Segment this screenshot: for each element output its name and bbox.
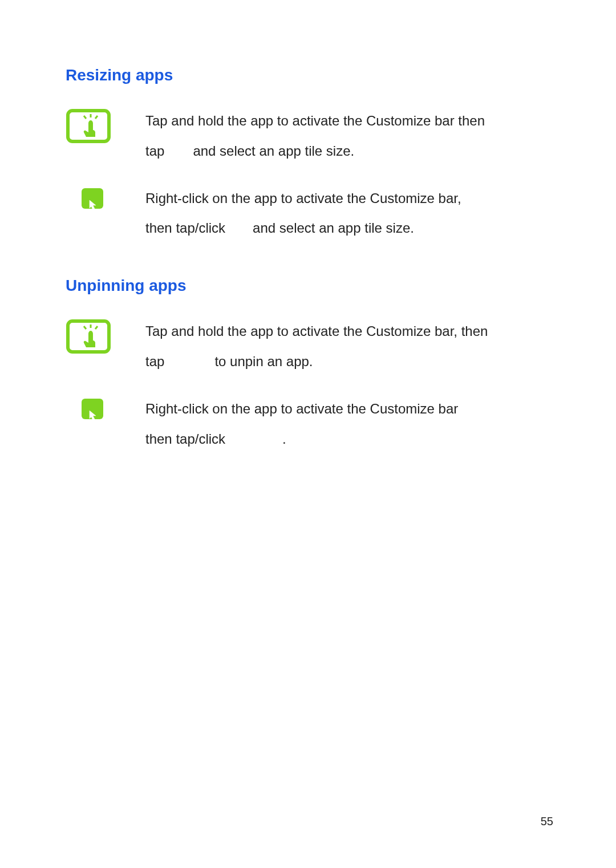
text-line: Tap and hold the app to activate the Cus… [145,323,488,339]
instruction-text: Tap and hold the app to activate the Cus… [145,106,553,167]
touch-tablet-icon [66,107,111,148]
text-fragment: to unpin an app. [214,354,313,369]
icon-column [66,394,145,419]
touch-tablet-icon [66,318,111,359]
svg-line-3 [95,116,98,119]
mouse-tile-icon [82,188,103,209]
document-page: Resizing apps Tap and hold the app to ac… [0,0,616,868]
page-number: 55 [541,815,553,828]
instruction-text: Right-click on the app to activate the C… [145,184,553,244]
svg-line-7 [95,326,98,329]
text-fragment: . [282,431,286,447]
section-heading-resizing: Resizing apps [66,66,553,84]
text-fragment: and select an app tile size. [193,143,354,159]
text-fragment: then tap/click [145,220,225,236]
text-fragment: tap [145,354,164,369]
instruction-text: Right-click on the app to activate the C… [145,394,553,455]
icon-column [66,106,145,148]
text-fragment: tap [145,143,164,159]
mouse-tile-icon [82,399,103,419]
instruction-row: Right-click on the app to activate the C… [66,394,553,455]
svg-line-6 [84,326,86,329]
text-fragment: then tap/click [145,431,225,447]
text-line: Tap and hold the app to activate the Cus… [145,113,485,128]
text-fragment: and select an app tile size. [253,220,414,236]
instruction-row: Right-click on the app to activate the C… [66,184,553,244]
instruction-text: Tap and hold the app to activate the Cus… [145,317,553,377]
icon-column [66,317,145,359]
text-line: Right-click on the app to activate the C… [145,401,458,416]
instruction-row: Tap and hold the app to activate the Cus… [66,106,553,167]
svg-line-2 [84,116,86,119]
section-heading-unpinning: Unpinning apps [66,277,553,295]
instruction-row: Tap and hold the app to activate the Cus… [66,317,553,377]
icon-column [66,184,145,209]
text-line: Right-click on the app to activate the C… [145,190,461,206]
